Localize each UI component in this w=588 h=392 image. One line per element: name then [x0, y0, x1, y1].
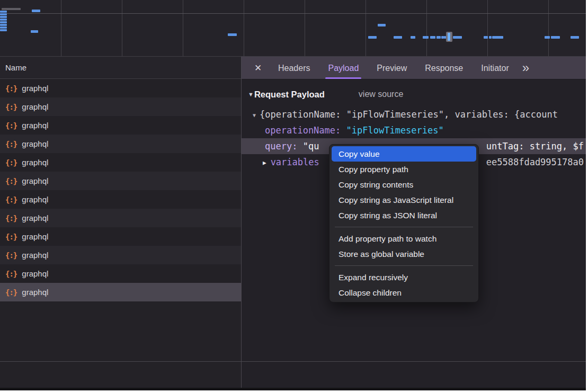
waterfall-bar[interactable]: [571, 36, 579, 39]
payload-row-operationname[interactable]: operationName: "ipFlowTimeseries": [242, 122, 586, 138]
menu-item-add-property-path-to-watch[interactable]: Add property path to watch: [332, 231, 476, 246]
expand-triangle-icon[interactable]: ▼: [253, 108, 256, 122]
json-file-icon: {:}: [5, 84, 17, 93]
waterfall-bar[interactable]: [394, 36, 402, 39]
request-row[interactable]: {:}graphql: [0, 227, 241, 246]
request-payload-title: Request Payload: [254, 90, 325, 100]
waterfall-bar[interactable]: [453, 36, 462, 39]
menu-item-copy-string-as-json-literal[interactable]: Copy string as JSON literal: [332, 208, 476, 223]
more-tabs-icon[interactable]: »: [522, 57, 529, 78]
json-file-icon: {:}: [5, 233, 17, 241]
json-file-icon: {:}: [5, 121, 17, 130]
request-name: graphql: [22, 121, 48, 130]
waterfall-bar[interactable]: [0, 26, 7, 29]
request-row[interactable]: {:}graphql: [0, 190, 241, 209]
json-file-icon: {:}: [5, 214, 17, 222]
network-panel-body: Name {:}graphql{:}graphql{:}graphql{:}gr…: [0, 57, 586, 388]
menu-item-copy-value[interactable]: Copy value: [332, 146, 476, 162]
payload-preview-text: {operationName: "ipFlowTimeseries", vari…: [260, 109, 558, 120]
request-name: graphql: [22, 195, 48, 204]
request-row[interactable]: {:}graphql: [0, 79, 241, 97]
request-name: graphql: [22, 232, 48, 241]
property-value-right: untTag: string, $f: [486, 138, 584, 154]
property-value-left: "qu: [303, 141, 319, 152]
expand-triangle-icon[interactable]: ▶: [263, 155, 266, 170]
waterfall-bar[interactable]: [228, 33, 237, 36]
menu-item-copy-string-contents[interactable]: Copy string contents: [332, 177, 476, 192]
view-source-link[interactable]: view source: [359, 90, 403, 99]
waterfall-bar[interactable]: [0, 16, 7, 18]
waterfall-bar[interactable]: [378, 24, 386, 26]
waterfall-bar[interactable]: [484, 36, 488, 39]
request-row[interactable]: {:}graphql: [0, 264, 241, 283]
menu-item-expand-recursively[interactable]: Expand recursively: [332, 270, 476, 285]
selected-request-marker-bar: [448, 33, 450, 41]
waterfall-bar[interactable]: [0, 21, 7, 23]
detail-tab-bar: ✕ HeadersPayloadPreviewResponseInitiator…: [242, 57, 586, 79]
tab-response[interactable]: Response: [416, 57, 472, 79]
timeline-gridline: [244, 0, 244, 56]
request-row[interactable]: {:}graphql: [0, 172, 241, 190]
waterfall-bar[interactable]: [368, 36, 377, 39]
tab-payload[interactable]: Payload: [319, 57, 368, 79]
network-overview-timeline[interactable]: [0, 0, 586, 57]
close-icon[interactable]: ✕: [247, 63, 269, 74]
property-value-right: ee5588fdad995178a0: [486, 154, 584, 170]
tab-headers[interactable]: Headers: [269, 57, 319, 79]
request-row[interactable]: {:}graphql: [0, 153, 241, 172]
request-name: graphql: [22, 288, 48, 297]
detail-tabs: HeadersPayloadPreviewResponseInitiator: [269, 57, 518, 79]
devtools-window: Name {:}graphql{:}graphql{:}graphql{:}gr…: [0, 0, 586, 390]
json-file-icon: {:}: [5, 158, 17, 167]
waterfall-bar[interactable]: [545, 36, 550, 39]
property-key: operationName:: [265, 125, 346, 136]
waterfall-bar[interactable]: [31, 30, 38, 33]
waterfall-bar[interactable]: [411, 36, 415, 39]
waterfall-bar[interactable]: [32, 10, 40, 12]
waterfall-bar[interactable]: [0, 13, 7, 15]
waterfall-bar[interactable]: [436, 36, 441, 39]
menu-item-collapse-children[interactable]: Collapse children: [332, 285, 476, 300]
waterfall-bar[interactable]: [551, 36, 560, 39]
waterfall-bar[interactable]: [0, 19, 7, 21]
tab-preview[interactable]: Preview: [368, 57, 416, 79]
request-row[interactable]: {:}graphql: [0, 135, 241, 153]
timeline-scroll-indicator[interactable]: [2, 8, 21, 10]
tab-initiator[interactable]: Initiator: [472, 57, 518, 79]
timeline-gridline: [366, 0, 366, 56]
json-file-icon: {:}: [5, 177, 17, 185]
timeline-gridline: [487, 0, 488, 56]
request-row[interactable]: {:}graphql: [0, 116, 241, 135]
payload-preview-row[interactable]: ▼{operationName: "ipFlowTimeseries", var…: [242, 106, 586, 122]
request-row[interactable]: {:}graphql: [0, 283, 241, 301]
menu-item-copy-string-as-javascript-literal[interactable]: Copy string as JavaScript literal: [332, 192, 476, 208]
request-name: graphql: [22, 251, 48, 260]
request-row[interactable]: {:}graphql: [0, 209, 241, 227]
context-menu: Copy valueCopy property pathCopy string …: [329, 144, 479, 302]
waterfall-bar[interactable]: [489, 36, 492, 39]
timeline-gridline: [305, 0, 305, 56]
request-name: graphql: [22, 139, 48, 148]
waterfall-bar[interactable]: [0, 29, 7, 31]
waterfall-bar[interactable]: [0, 24, 7, 26]
request-row[interactable]: {:}graphql: [0, 246, 241, 264]
menu-item-copy-property-path[interactable]: Copy property path: [332, 162, 476, 177]
timeline-gridline: [548, 0, 549, 56]
waterfall-bar[interactable]: [0, 11, 7, 13]
request-row[interactable]: {:}graphql: [0, 97, 241, 116]
json-file-icon: {:}: [5, 288, 17, 297]
summary-bar-divider: [0, 361, 586, 362]
request-payload-section-header[interactable]: ▼ Request Payload view source: [242, 87, 586, 102]
menu-item-store-as-global-variable[interactable]: Store as global variable: [332, 246, 476, 262]
json-file-icon: {:}: [5, 251, 17, 260]
waterfall-bar[interactable]: [423, 36, 429, 39]
request-list: {:}graphql{:}graphql{:}graphql{:}graphql…: [0, 79, 241, 301]
waterfall-bar[interactable]: [492, 36, 503, 39]
waterfall-bar[interactable]: [430, 36, 435, 39]
property-key: query:: [265, 141, 303, 152]
bottom-edge: [0, 388, 586, 390]
request-name: graphql: [22, 84, 48, 93]
name-column-header[interactable]: Name: [0, 57, 241, 79]
json-file-icon: {:}: [5, 195, 17, 204]
collapse-triangle-icon[interactable]: ▼: [248, 91, 254, 97]
